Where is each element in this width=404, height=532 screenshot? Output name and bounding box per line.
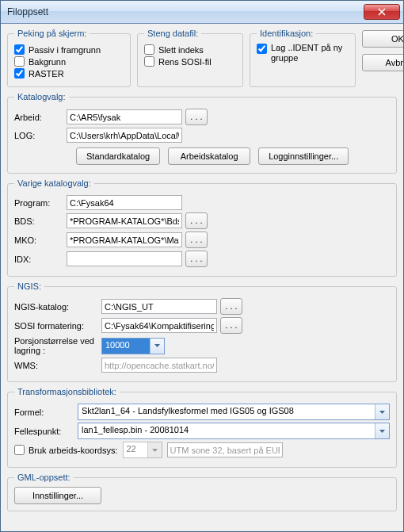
zone-dropdown-button (147, 442, 162, 457)
katalogvalg-fieldset: Katalogvalg: Arbeid: . . . LOG: Standard… (7, 92, 397, 174)
titlebar: Filoppsett (1, 1, 403, 24)
close-icon (378, 8, 386, 16)
program-input[interactable] (67, 195, 182, 210)
formel-dropdown-button[interactable] (375, 404, 389, 419)
gml-legend: GML-oppsett: (14, 473, 74, 482)
chk-bruk-koordsys-input[interactable] (14, 445, 25, 455)
sosi-browse-button[interactable]: . . . (220, 317, 242, 334)
wms-input (101, 358, 217, 373)
chevron-down-icon (152, 449, 158, 452)
felles-combo[interactable]: lan1_fellesp.bin - 20081014 (78, 423, 390, 439)
sosi-input[interactable] (101, 318, 217, 333)
felles-label: Fellespunkt: (14, 427, 78, 436)
zone-desc (167, 442, 283, 457)
katalogvalg-legend: Katalogvalg: (14, 92, 69, 101)
chk-rens-sosi-label: Rens SOSI-fil (158, 57, 212, 67)
ident-legend: Identifikasjon: (257, 29, 316, 38)
idx-browse-button[interactable]: . . . (185, 251, 208, 267)
steng-fieldset: Steng datafil: Slett indeks Rens SOSI-fi… (137, 29, 243, 87)
steng-legend: Steng datafil: (144, 29, 201, 38)
formel-value: Skt2lan1_64 - Landsfylkesformel med IGS0… (78, 404, 375, 419)
chk-raster-label: RASTER (29, 69, 64, 78)
chk-lag-ident-input[interactable] (257, 44, 267, 54)
ngis-katalog-input[interactable] (101, 299, 217, 314)
felles-value: lan1_fellesp.bin - 20081014 (78, 423, 375, 438)
bds-input[interactable] (67, 213, 182, 228)
ngis-legend: NGIS: (14, 281, 44, 291)
arbeid-label: Arbeid: (14, 113, 67, 122)
porsjon-label: Porsjonstørrelse ved lagring : (14, 336, 101, 355)
ngis-katalog-label: NGIS-katalog: (14, 302, 101, 312)
bds-browse-button[interactable]: . . . (185, 212, 208, 229)
logginnstillinger-button[interactable]: Logginnstillinger... (258, 147, 349, 165)
log-input[interactable] (67, 128, 182, 143)
chk-lag-ident[interactable]: Lag ..IDENT på ny gruppe (257, 43, 349, 63)
chk-raster-input[interactable] (14, 68, 25, 78)
ngis-katalog-browse-button[interactable]: . . . (220, 298, 242, 315)
standardkatalog-button[interactable]: Standardkatalog (76, 147, 160, 165)
mko-browse-button[interactable]: . . . (185, 232, 208, 248)
chk-rens-sosi[interactable]: Rens SOSI-fil (144, 56, 236, 67)
chk-slett-indeks[interactable]: Slett indeks (144, 44, 236, 55)
chk-rens-sosi-input[interactable] (144, 56, 154, 67)
chk-bruk-koordsys[interactable]: Bruk arbeids-koordsys: (14, 445, 118, 455)
idx-label: IDX: (14, 255, 67, 264)
bds-label: BDS: (14, 216, 67, 226)
porsjon-combo[interactable]: 10000 (101, 338, 165, 354)
chk-lag-ident-label: Lag ..IDENT på ny gruppe (271, 43, 349, 63)
chk-bakgrunn-label: Bakgrunn (29, 57, 66, 67)
peking-fieldset: Peking på skjerm: Passiv i framgrunn Bak… (7, 29, 131, 87)
gml-fieldset: GML-oppsett: Innstillinger... (7, 473, 397, 511)
porsjon-dropdown-button[interactable] (150, 339, 164, 354)
idx-input[interactable] (67, 251, 182, 266)
chk-bruk-koordsys-label: Bruk arbeids-koordsys: (29, 446, 118, 455)
chevron-down-icon (154, 344, 160, 347)
varige-legend: Varige katalogvalg: (14, 178, 94, 188)
mko-label: MKO: (14, 235, 67, 245)
felles-dropdown-button[interactable] (375, 423, 389, 438)
ngis-fieldset: NGIS: NGIS-katalog: . . . SOSI formateri… (7, 281, 397, 382)
sosi-label: SOSI formatering: (14, 321, 101, 331)
chevron-down-icon (379, 411, 385, 414)
chevron-down-icon (379, 430, 385, 433)
chk-passiv[interactable]: Passiv i framgrunn (14, 44, 124, 55)
zone-value: 22 (124, 442, 147, 457)
close-button[interactable] (364, 4, 400, 20)
porsjon-value: 10000 (102, 339, 150, 354)
gml-innstillinger-button[interactable]: Innstillinger... (14, 487, 101, 504)
arbeid-input[interactable] (67, 109, 182, 124)
chk-bakgrunn-input[interactable] (14, 56, 25, 67)
peking-legend: Peking på skjerm: (14, 29, 90, 38)
chk-slett-indeks-input[interactable] (144, 44, 154, 55)
trans-legend: Transformasjonsbibliotek: (14, 387, 120, 396)
chk-raster[interactable]: RASTER (14, 68, 124, 78)
mko-input[interactable] (67, 232, 182, 247)
wms-label: WMS: (14, 361, 101, 370)
chk-passiv-input[interactable] (14, 44, 25, 55)
arbeidskatalog-button[interactable]: Arbeidskatalog (168, 147, 250, 165)
program-label: Program: (14, 198, 67, 208)
varige-fieldset: Varige katalogvalg: Program: BDS: . . . … (7, 178, 397, 277)
zone-combo: 22 (123, 442, 162, 458)
arbeid-browse-button[interactable]: . . . (185, 109, 208, 125)
window-title: Filoppsett (7, 6, 364, 17)
ident-fieldset: Identifikasjon: Lag ..IDENT på ny gruppe (250, 29, 356, 87)
log-label: LOG: (14, 131, 67, 140)
cancel-button[interactable]: Avbryt (362, 54, 403, 71)
chk-bakgrunn[interactable]: Bakgrunn (14, 56, 124, 67)
formel-label: Formel: (14, 408, 78, 417)
chk-slett-indeks-label: Slett indeks (158, 45, 204, 55)
formel-combo[interactable]: Skt2lan1_64 - Landsfylkesformel med IGS0… (78, 404, 390, 420)
ok-button[interactable]: OK (362, 30, 403, 48)
trans-fieldset: Transformasjonsbibliotek: Formel: Skt2la… (7, 387, 397, 468)
chk-passiv-label: Passiv i framgrunn (29, 45, 101, 55)
